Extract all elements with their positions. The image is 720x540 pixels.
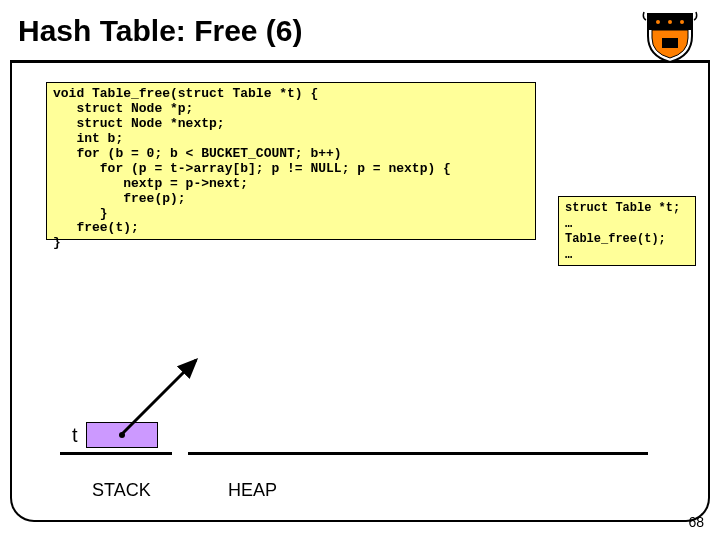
stack-label: STACK: [92, 480, 151, 501]
svg-rect-0: [662, 38, 678, 48]
svg-point-2: [668, 20, 672, 24]
svg-point-3: [680, 20, 684, 24]
slide: Hash Table: Free (6) void Table_free(str…: [0, 0, 720, 540]
title-area: Hash Table: Free (6): [10, 6, 710, 63]
code-block-caller: struct Table *t; … Table_free(t); …: [558, 196, 696, 266]
code-block-main: void Table_free(struct Table *t) { struc…: [46, 82, 536, 240]
page-number: 68: [688, 514, 704, 530]
variable-t-box: [86, 422, 158, 448]
pointer-dot-icon: [119, 432, 125, 438]
svg-point-1: [656, 20, 660, 24]
variable-t-label: t: [72, 424, 78, 447]
heap-divider: [188, 452, 648, 455]
princeton-shield-icon: [642, 10, 698, 64]
slide-title: Hash Table: Free (6): [10, 6, 710, 48]
heap-label: HEAP: [228, 480, 277, 501]
stack-divider: [60, 452, 172, 455]
